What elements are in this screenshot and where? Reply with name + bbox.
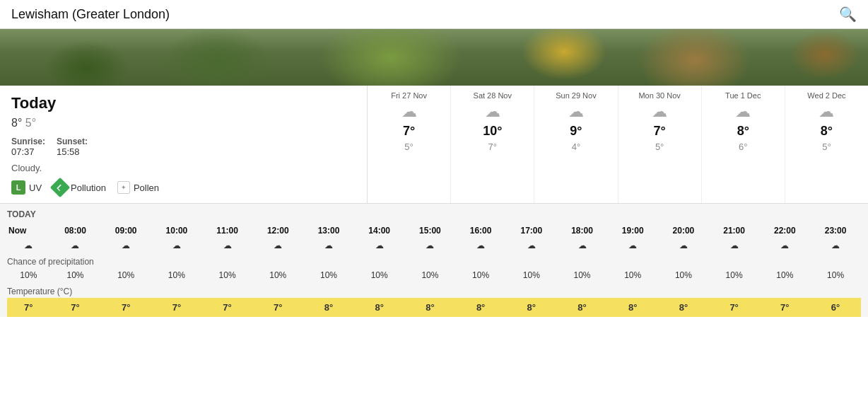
forecast-temp-low: 7° — [488, 141, 497, 152]
forecast-cloud-icon: ☁ — [819, 103, 834, 121]
temperature-8: 8° — [405, 298, 456, 317]
forecast-day-label: Fri 27 Nov — [391, 91, 427, 100]
hourly-time-8: 15:00 — [405, 224, 456, 238]
temperature-2: 7° — [100, 298, 151, 317]
search-button[interactable]: 🔍 — [839, 6, 857, 23]
forecast-day-5: Wed 2 Dec ☁ 8° 5° — [785, 86, 868, 203]
precipitation-0: 10% — [7, 268, 50, 282]
precipitation-12: 10% — [607, 268, 658, 282]
forecast-cloud-icon: ☁ — [568, 103, 584, 121]
today-temp-low: 5° — [25, 117, 36, 129]
cloud-icon-13: ☁ — [658, 238, 709, 253]
pollution-wrapper: L — [53, 180, 67, 195]
sunset-label: Sunset: — [57, 137, 88, 146]
temperature-1: 7° — [50, 298, 101, 317]
temperature-4: 7° — [202, 298, 253, 317]
temperature-3: 7° — [151, 298, 202, 317]
cloud-icon-12: ☁ — [607, 238, 658, 253]
today-temp-high: 8° — [11, 117, 22, 129]
forecast-day-label: Mon 30 Nov — [638, 91, 680, 100]
cloud-icon-5: ☁ — [252, 238, 303, 253]
temperature-5: 7° — [252, 298, 303, 317]
forecast-day-0: Fri 27 Nov ☁ 7° 5° — [368, 86, 451, 203]
hourly-time-6: 13:00 — [303, 224, 354, 238]
hourly-time-4: 11:00 — [202, 224, 253, 238]
forecast-temp-high: 8° — [737, 124, 749, 139]
today-temps: 8° 5° — [11, 117, 356, 129]
pollen-label: Pollen — [134, 183, 159, 193]
forecast-temp-low: 5° — [404, 141, 413, 152]
pollen-indicator: ✦ Pollen — [117, 181, 159, 194]
precipitation-16: 10% — [810, 268, 861, 282]
forecast-temp-high: 7° — [653, 124, 665, 139]
hourly-time-0: Now — [7, 224, 50, 238]
precipitation-11: 10% — [557, 268, 608, 282]
cloud-icon-16: ☁ — [810, 238, 861, 253]
precipitation-3: 10% — [151, 268, 202, 282]
cloud-icon-8: ☁ — [405, 238, 456, 253]
pollution-badge: L — [50, 178, 70, 197]
temperature-6: 8° — [303, 298, 354, 317]
forecast-day-1: Sat 28 Nov ☁ 10° 7° — [451, 86, 534, 203]
forecast-temp-low: 6° — [739, 141, 747, 152]
forecast-day-label: Wed 2 Dec — [807, 91, 845, 100]
forecast-temp-high: 7° — [403, 124, 415, 139]
precipitation-6: 10% — [303, 268, 354, 282]
sunrise-item: Sunrise: 07:37 — [11, 137, 45, 157]
uv-indicator: L UV — [11, 180, 42, 195]
hero-image-inner — [0, 29, 868, 86]
today-panel: Today 8° 5° Sunrise: 07:37 Sunset: 15:58… — [0, 86, 368, 203]
precipitation-7: 10% — [354, 268, 405, 282]
hourly-time-11: 18:00 — [557, 224, 608, 238]
sunset-item: Sunset: 15:58 — [57, 137, 88, 157]
hourly-time-12: 19:00 — [607, 224, 658, 238]
hourly-time-2: 09:00 — [100, 224, 151, 238]
hourly-time-7: 14:00 — [354, 224, 405, 238]
temperature-15: 7° — [759, 298, 810, 317]
temperature-7: 8° — [354, 298, 405, 317]
location-title: Lewisham (Greater London) — [11, 7, 170, 22]
forecast-temp-low: 5° — [822, 141, 831, 152]
cloud-icon-2: ☁ — [100, 238, 151, 253]
cloud-icon-14: ☁ — [709, 238, 760, 253]
hourly-section: TODAY Now08:0009:0010:0011:0012:0013:001… — [0, 204, 868, 317]
forecast-temp-high: 10° — [483, 124, 502, 139]
hero-image — [0, 29, 868, 86]
hourly-time-3: 10:00 — [151, 224, 202, 238]
forecast-day-label: Sun 29 Nov — [556, 91, 596, 100]
precipitation-15: 10% — [759, 268, 810, 282]
hourly-time-15: 22:00 — [759, 224, 810, 238]
hourly-table: Now08:0009:0010:0011:0012:0013:0014:0015… — [7, 224, 861, 317]
temperature-14: 7° — [709, 298, 760, 317]
precipitation-1: 10% — [50, 268, 101, 282]
cloud-icon-10: ☁ — [506, 238, 557, 253]
forecast-days: Fri 27 Nov ☁ 7° 5° Sat 28 Nov ☁ 10° 7° S… — [368, 86, 868, 203]
uv-badge: L — [11, 180, 25, 195]
sunrise-label: Sunrise: — [11, 137, 45, 146]
cloud-icon-7: ☁ — [354, 238, 405, 253]
temperature-11: 8° — [557, 298, 608, 317]
precipitation-8: 10% — [405, 268, 456, 282]
today-forecast-row: Today 8° 5° Sunrise: 07:37 Sunset: 15:58… — [0, 86, 868, 204]
cloud-icon-1: ☁ — [50, 238, 101, 253]
today-description: Cloudy. — [11, 163, 356, 173]
precipitation-label: Chance of precipitation — [7, 253, 861, 268]
hourly-time-16: 23:00 — [810, 224, 861, 238]
temperature-0: 7° — [7, 298, 50, 317]
forecast-temp-high: 8° — [821, 124, 833, 139]
sunset-time: 15:58 — [57, 146, 88, 157]
hourly-time-9: 16:00 — [455, 224, 506, 238]
precipitation-14: 10% — [709, 268, 760, 282]
forecast-temp-low: 5° — [655, 141, 664, 152]
sunrise-time: 07:37 — [11, 146, 45, 157]
forecast-day-2: Sun 29 Nov ☁ 9° 4° — [534, 86, 618, 203]
header: Lewisham (Greater London) 🔍 — [0, 0, 868, 29]
hourly-time-13: 20:00 — [658, 224, 709, 238]
precipitation-2: 10% — [100, 268, 151, 282]
uv-label: UV — [29, 183, 42, 193]
temperature-10: 8° — [506, 298, 557, 317]
precipitation-9: 10% — [455, 268, 506, 282]
temperature-16: 6° — [810, 298, 861, 317]
pollution-label: Pollution — [71, 183, 106, 193]
cloud-icon-11: ☁ — [557, 238, 608, 253]
